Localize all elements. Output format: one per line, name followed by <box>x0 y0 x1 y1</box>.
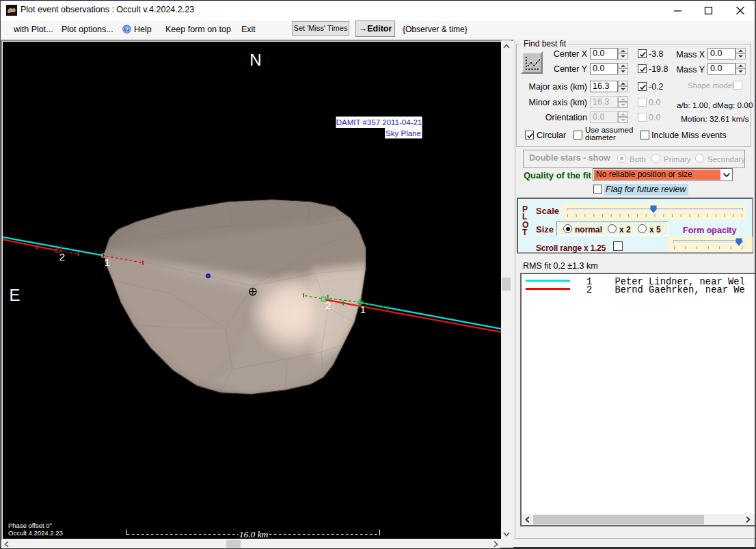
svg-text:N: N <box>249 51 261 69</box>
svg-text:E: E <box>10 286 21 304</box>
svg-text:Occult 4.2024.2.23: Occult 4.2024.2.23 <box>8 529 63 537</box>
svg-text:2: 2 <box>59 251 65 263</box>
svg-text:Phase offset 0°: Phase offset 0° <box>8 522 53 529</box>
svg-text:16.0 km: 16.0 km <box>239 529 269 539</box>
svg-text:1: 1 <box>105 256 110 268</box>
svg-text:2: 2 <box>325 299 331 311</box>
svg-text:1: 1 <box>360 304 366 315</box>
svg-text:DAMIT #357 2011-04-21: DAMIT #357 2011-04-21 <box>336 118 422 126</box>
svg-text:?: ? <box>125 25 129 33</box>
svg-text:Sky Plane: Sky Plane <box>386 129 421 137</box>
